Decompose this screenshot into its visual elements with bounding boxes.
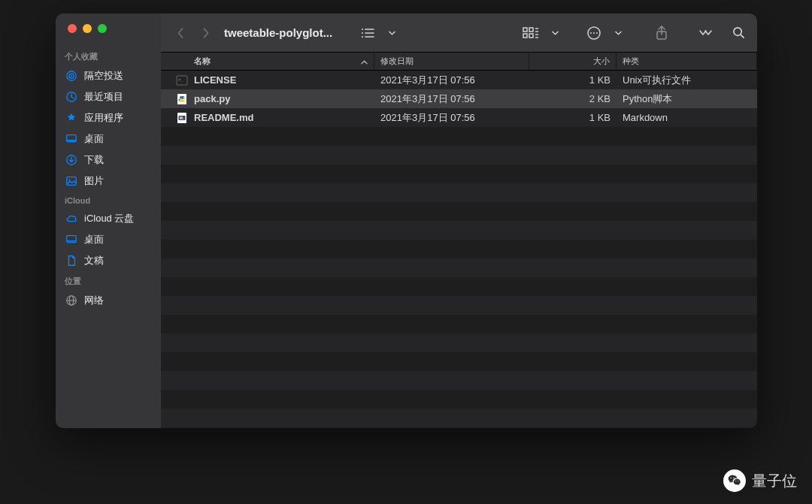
globe-icon xyxy=(65,294,78,307)
action-dropdown-icon[interactable] xyxy=(608,23,628,43)
svg-point-17 xyxy=(596,32,598,34)
file-row[interactable]: M↓README.md2021年3月17日 07:561 KBMarkdown xyxy=(161,108,757,127)
svg-rect-8 xyxy=(529,28,533,32)
file-date: 2021年3月17日 07:56 xyxy=(374,92,529,106)
empty-row xyxy=(161,333,757,352)
svg-rect-6 xyxy=(523,28,527,32)
file-size: 1 KB xyxy=(529,112,617,123)
sidebar-item[interactable]: 网络 xyxy=(56,290,161,311)
sidebar-item[interactable]: 应用程序 xyxy=(56,107,161,128)
file-kind: Python脚本 xyxy=(617,92,757,106)
sidebar-item-label: 最近项目 xyxy=(84,90,123,104)
download-icon xyxy=(65,153,78,167)
close-window-button[interactable] xyxy=(68,24,77,33)
file-name: LICENSE xyxy=(194,74,236,86)
sidebar-item-label: 图片 xyxy=(84,174,104,188)
maximize-window-button[interactable] xyxy=(98,24,107,33)
sidebar-item[interactable]: 最近项目 xyxy=(56,86,161,107)
empty-row xyxy=(161,146,757,164)
file-date: 2021年3月17日 07:56 xyxy=(374,74,529,87)
window-controls xyxy=(56,24,161,33)
view-dropdown-icon[interactable] xyxy=(382,23,401,43)
search-icon[interactable] xyxy=(729,23,748,43)
empty-row xyxy=(161,240,757,258)
svg-text:M↓: M↓ xyxy=(180,116,184,119)
main-pane: tweetable-polyglot... xyxy=(161,14,757,428)
empty-row xyxy=(161,164,757,183)
watermark-text: 量子位 xyxy=(752,471,797,491)
column-header-name[interactable]: 名称 xyxy=(161,53,374,70)
file-name: pack.py xyxy=(194,93,230,104)
sidebar-item-label: 桌面 xyxy=(84,233,104,246)
svg-point-0 xyxy=(362,29,363,30)
overflow-icon[interactable] xyxy=(695,23,715,43)
svg-line-20 xyxy=(741,35,744,38)
empty-row xyxy=(161,390,757,409)
sidebar-item[interactable]: 桌面 xyxy=(56,229,161,250)
sidebar-group-label: 位置 xyxy=(56,271,161,290)
minimize-window-button[interactable] xyxy=(83,24,92,33)
sidebar-item[interactable]: 桌面 xyxy=(56,128,161,149)
file-list: >_LICENSE2021年3月17日 07:561 KBUnix可执行文件pa… xyxy=(161,71,757,428)
svg-point-2 xyxy=(362,32,363,34)
airdrop-icon xyxy=(65,69,78,83)
svg-point-4 xyxy=(362,36,363,38)
column-header-row: 名称 修改日期 大小 种类 xyxy=(161,53,757,71)
sidebar-item[interactable]: 文稿 xyxy=(56,250,161,271)
sidebar: 个人收藏隔空投送最近项目应用程序桌面下载图片iCloudiCloud 云盘桌面文… xyxy=(56,14,161,428)
group-icon[interactable] xyxy=(521,23,541,43)
sidebar-item-label: 文稿 xyxy=(84,254,104,267)
action-menu-icon[interactable] xyxy=(584,23,604,43)
file-row[interactable]: >_LICENSE2021年3月17日 07:561 KBUnix可执行文件 xyxy=(161,71,757,89)
share-icon[interactable] xyxy=(652,23,671,43)
sort-ascending-icon xyxy=(361,57,368,66)
file-kind: Unix可执行文件 xyxy=(617,74,757,87)
sidebar-item-label: 应用程序 xyxy=(84,111,123,125)
empty-row xyxy=(161,315,757,333)
sidebar-item[interactable]: 隔空投送 xyxy=(56,65,161,86)
sidebar-item[interactable]: iCloud 云盘 xyxy=(56,208,161,229)
svg-rect-9 xyxy=(529,34,533,38)
group-dropdown-icon[interactable] xyxy=(545,23,565,43)
empty-row xyxy=(161,409,757,427)
finder-window: 个人收藏隔空投送最近项目应用程序桌面下载图片iCloudiCloud 云盘桌面文… xyxy=(56,14,757,428)
view-list-icon[interactable] xyxy=(358,23,377,43)
file-icon: >_ xyxy=(176,74,188,86)
column-label: 种类 xyxy=(623,56,639,67)
cloud-icon xyxy=(65,212,78,225)
sidebar-item[interactable]: 下载 xyxy=(56,149,161,171)
sidebar-group-label: 个人收藏 xyxy=(56,47,161,65)
empty-row xyxy=(161,221,757,240)
forward-button[interactable] xyxy=(195,23,217,44)
desktop-icon xyxy=(65,132,78,146)
clock-icon xyxy=(65,90,78,104)
file-row[interactable]: pack.py2021年3月17日 07:562 KBPython脚本 xyxy=(161,89,757,108)
sidebar-item[interactable]: 图片 xyxy=(56,171,161,192)
file-size: 1 KB xyxy=(529,74,617,86)
column-header-kind[interactable]: 种类 xyxy=(617,53,757,70)
svg-point-19 xyxy=(733,28,741,35)
file-icon: M↓ xyxy=(176,112,188,124)
sidebar-item-label: 桌面 xyxy=(84,132,104,146)
toolbar: tweetable-polyglot... xyxy=(161,14,757,53)
svg-point-15 xyxy=(590,32,592,34)
file-name: README.md xyxy=(194,112,253,123)
sidebar-item-label: 下载 xyxy=(84,153,104,167)
sidebar-item-label: 网络 xyxy=(84,294,104,307)
svg-rect-7 xyxy=(523,34,527,38)
svg-point-16 xyxy=(593,32,595,34)
column-label: 名称 xyxy=(194,56,211,67)
sidebar-item-label: 隔空投送 xyxy=(84,69,123,83)
column-header-date[interactable]: 修改日期 xyxy=(374,53,529,70)
column-header-size[interactable]: 大小 xyxy=(529,53,617,70)
back-button[interactable] xyxy=(170,23,191,44)
sidebar-group-label: iCloud xyxy=(56,192,161,208)
folder-title: tweetable-polyglot... xyxy=(224,26,332,39)
column-label: 大小 xyxy=(593,56,610,67)
sidebar-item-label: iCloud 云盘 xyxy=(84,212,134,225)
svg-text:>_: >_ xyxy=(178,77,184,82)
column-label: 修改日期 xyxy=(380,56,414,67)
pictures-icon xyxy=(65,174,78,188)
empty-row xyxy=(161,277,757,296)
empty-row xyxy=(161,127,757,146)
